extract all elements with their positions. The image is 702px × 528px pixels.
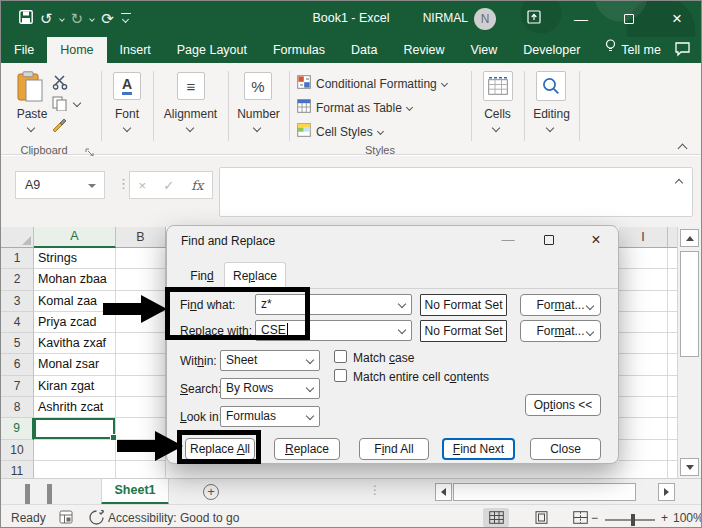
editing-group-label[interactable]: Editing bbox=[524, 107, 579, 121]
options-button[interactable]: Options << bbox=[525, 394, 601, 416]
find-all-button[interactable]: Find All bbox=[359, 438, 429, 460]
number-group-label[interactable]: Number bbox=[228, 107, 289, 121]
zoom-slider-thumb[interactable] bbox=[631, 514, 635, 526]
tab-page-layout[interactable]: Page Layout bbox=[164, 37, 260, 63]
match-case-checkbox[interactable] bbox=[334, 350, 347, 363]
undo-icon[interactable]: ↺ bbox=[40, 8, 53, 30]
normal-view-button[interactable] bbox=[483, 508, 509, 527]
row-header[interactable]: 8 bbox=[1, 397, 34, 418]
column-header-i[interactable]: I bbox=[619, 227, 668, 248]
macro-record-icon[interactable] bbox=[59, 510, 73, 527]
within-select[interactable]: Sheet bbox=[220, 350, 320, 371]
cell-b1[interactable] bbox=[116, 248, 166, 269]
scroll-down-button[interactable] bbox=[680, 458, 699, 476]
maximize-button[interactable] bbox=[619, 9, 639, 29]
find-format-button[interactable]: Format... bbox=[520, 294, 601, 316]
cell-a10[interactable] bbox=[34, 440, 116, 461]
scroll-left-button[interactable] bbox=[435, 483, 452, 501]
within-dropdown-icon[interactable] bbox=[306, 356, 314, 364]
name-box[interactable]: A9 bbox=[15, 171, 105, 199]
tab-review[interactable]: Review bbox=[390, 37, 457, 63]
row-header[interactable]: 2 bbox=[1, 269, 34, 290]
row-header[interactable]: 6 bbox=[1, 354, 34, 375]
font-icon[interactable]: A bbox=[113, 72, 141, 100]
cancel-entry-icon[interactable]: × bbox=[139, 178, 147, 193]
row-header[interactable]: 9 bbox=[1, 418, 34, 439]
number-dropdown-icon[interactable] bbox=[253, 124, 261, 132]
horizontal-scrollbar-thumb[interactable] bbox=[453, 483, 636, 501]
tab-insert[interactable]: Insert bbox=[107, 37, 164, 63]
cell-styles-button[interactable]: Cell Styles bbox=[297, 123, 383, 140]
page-break-preview-button[interactable] bbox=[567, 508, 593, 527]
tab-file[interactable]: File bbox=[1, 37, 47, 63]
replace-button[interactable]: Replace bbox=[274, 438, 340, 460]
undo-dropdown-icon[interactable] bbox=[59, 16, 65, 22]
collapse-formula-bar-icon[interactable] bbox=[675, 179, 683, 187]
insert-function-icon[interactable]: fx bbox=[191, 178, 203, 193]
redo-icon[interactable]: ↻ bbox=[71, 8, 84, 30]
row-header[interactable]: 7 bbox=[1, 376, 34, 397]
cell-b5[interactable] bbox=[116, 333, 166, 354]
paste-icon[interactable] bbox=[17, 71, 45, 106]
page-layout-view-button[interactable] bbox=[528, 508, 554, 527]
close-button[interactable]: × bbox=[667, 9, 687, 29]
accessibility-status[interactable]: Accessibility: Good to go bbox=[108, 511, 239, 525]
row-header[interactable]: 3 bbox=[1, 291, 34, 312]
match-entire-checkbox[interactable] bbox=[334, 369, 347, 382]
confirm-entry-icon[interactable]: ✓ bbox=[163, 178, 174, 193]
cell-a5[interactable]: Kavitha zxaf bbox=[34, 333, 116, 354]
conditional-formatting-button[interactable]: Conditional Formatting bbox=[297, 75, 447, 92]
cell-a6[interactable]: Monal zsar bbox=[34, 354, 116, 375]
vertical-scrollbar-thumb[interactable] bbox=[680, 251, 699, 357]
row-header[interactable]: 4 bbox=[1, 312, 34, 333]
tell-me-box[interactable]: Tell me bbox=[593, 37, 673, 63]
cell-a1[interactable]: Strings bbox=[34, 248, 116, 269]
name-box-dropdown-icon[interactable] bbox=[88, 184, 96, 192]
cells-dropdown-icon[interactable] bbox=[492, 124, 500, 132]
row-header[interactable]: 1 bbox=[1, 248, 34, 269]
editing-icon[interactable] bbox=[536, 71, 566, 101]
formula-input[interactable] bbox=[219, 167, 693, 217]
close-dialog-button[interactable]: Close bbox=[530, 438, 601, 460]
font-dropdown-icon[interactable] bbox=[123, 124, 131, 132]
zoom-out-icon[interactable]: − bbox=[591, 511, 598, 525]
column-header-a[interactable]: A bbox=[34, 227, 116, 248]
tab-view[interactable]: View bbox=[457, 37, 510, 63]
dialog-tab-replace[interactable]: Replace bbox=[224, 262, 286, 289]
zoom-in-icon[interactable]: + bbox=[661, 511, 668, 525]
copy-dropdown-icon[interactable] bbox=[73, 99, 81, 107]
search-dropdown-icon[interactable] bbox=[306, 384, 314, 392]
refresh-icon[interactable]: ⟳ bbox=[101, 8, 114, 30]
accessibility-icon[interactable] bbox=[89, 510, 104, 528]
cell-b6[interactable] bbox=[116, 354, 166, 375]
collapse-ribbon-icon[interactable] bbox=[678, 144, 688, 154]
format-as-table-button[interactable]: Format as Table bbox=[297, 99, 412, 116]
user-name[interactable]: NIRMAL bbox=[416, 11, 468, 25]
search-select[interactable]: By Rows bbox=[220, 378, 320, 399]
look-in-select[interactable]: Formulas bbox=[220, 406, 320, 427]
cell-a8[interactable]: Ashrith zcat bbox=[34, 397, 116, 418]
row-header[interactable]: 5 bbox=[1, 333, 34, 354]
tab-data[interactable]: Data bbox=[338, 37, 390, 63]
cells-group-label[interactable]: Cells bbox=[471, 107, 524, 121]
match-entire-label[interactable]: Match entire cell contents bbox=[353, 370, 489, 384]
row-header[interactable]: 10 bbox=[1, 440, 34, 461]
cut-icon[interactable] bbox=[52, 75, 68, 93]
row-header[interactable]: 11 bbox=[1, 461, 34, 478]
cells-icon[interactable] bbox=[483, 71, 513, 101]
match-case-label[interactable]: Match case bbox=[353, 351, 414, 365]
dialog-close-icon[interactable]: × bbox=[587, 231, 605, 249]
select-all-corner[interactable] bbox=[1, 227, 34, 248]
new-sheet-button[interactable]: + bbox=[203, 484, 219, 500]
cell-a7[interactable]: Kiran zgat bbox=[34, 376, 116, 397]
column-header-b[interactable]: B bbox=[116, 227, 166, 248]
find-what-dropdown-icon[interactable] bbox=[398, 300, 406, 308]
alignment-icon[interactable]: ≡ bbox=[177, 72, 205, 100]
sheet-tab-sheet1[interactable]: Sheet1 bbox=[101, 479, 169, 505]
cell-a2[interactable]: Mohan zbaa bbox=[34, 269, 116, 290]
format-painter-icon[interactable] bbox=[52, 117, 68, 135]
replace-format-button[interactable]: Format... bbox=[520, 320, 601, 342]
cell-a9[interactable] bbox=[34, 418, 116, 439]
editing-dropdown-icon[interactable] bbox=[546, 124, 554, 132]
save-icon[interactable] bbox=[19, 10, 33, 28]
